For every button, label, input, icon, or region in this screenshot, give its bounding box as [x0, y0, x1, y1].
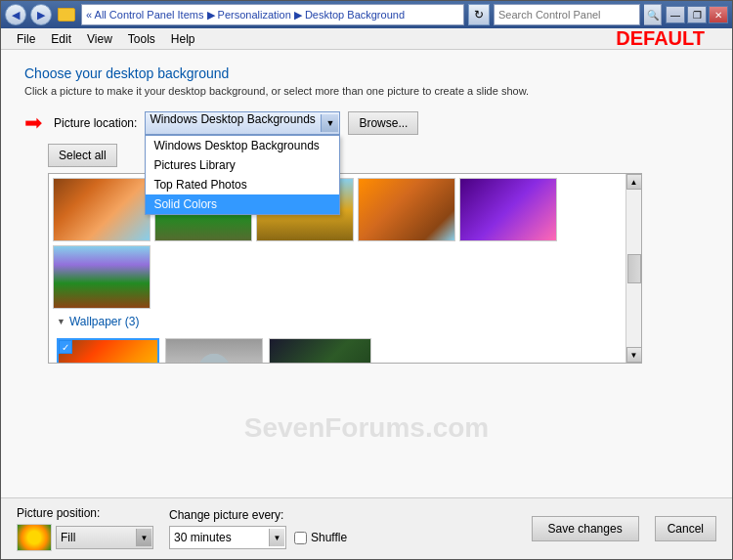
picture-location-row: ➡ Picture location: Windows Desktop Back…	[24, 110, 709, 136]
picture-location-label: Picture location:	[54, 116, 137, 130]
image-row-2	[53, 245, 637, 309]
scrollbar[interactable]: ▲ ▼	[625, 174, 641, 363]
forward-button[interactable]: ▶	[30, 4, 52, 25]
minimize-button[interactable]: —	[666, 6, 685, 23]
grid-scroll-area[interactable]: ▼ Wallpaper (3) ✓ 👽	[49, 174, 641, 363]
alien-thumb: 👽	[166, 339, 262, 363]
time-select-container: 10 seconds 30 seconds 1 minute 2 minutes…	[169, 526, 286, 549]
menu-tools[interactable]: Tools	[120, 30, 163, 48]
search-button[interactable]: 🔍	[644, 4, 662, 25]
scrollbar-down-button[interactable]: ▼	[626, 347, 642, 363]
menu-view[interactable]: View	[79, 30, 120, 48]
wallpaper-item-3[interactable]: WINDOWS SEVEN	[269, 338, 371, 363]
shuffle-row: Shuffle	[294, 531, 347, 544]
scrollbar-up-button[interactable]: ▲	[626, 174, 642, 190]
refresh-button[interactable]: ↻	[468, 4, 490, 25]
page-title: Choose your desktop background	[24, 65, 709, 81]
position-select-container: Fill Fit Stretch Tile Center ▼	[56, 526, 153, 549]
dropdown-option-solid-colors[interactable]: Solid Colors	[146, 194, 339, 214]
restore-button[interactable]: ❐	[687, 6, 707, 23]
main-window: ◀ ▶ « All Control Panel Items ▶ Personal…	[0, 0, 733, 560]
dropdown-option-pictures[interactable]: Pictures Library	[146, 155, 339, 175]
refresh-icon: ↻	[474, 8, 484, 22]
thumbnail-flowers[interactable]	[53, 245, 151, 309]
browse-button[interactable]: Browse...	[348, 111, 418, 135]
shuffle-label: Shuffle	[311, 531, 347, 544]
watermark: SevenForums.com	[1, 412, 732, 444]
close-button[interactable]: ✕	[709, 6, 728, 23]
dropdown-option-top-rated[interactable]: Top Rated Photos	[146, 175, 339, 194]
menu-file[interactable]: File	[9, 30, 43, 48]
image-row-1	[53, 178, 637, 241]
position-label: Picture position:	[17, 506, 153, 520]
breadcrumb-text: « All Control Panel Items ▶ Personalizat…	[86, 9, 405, 22]
thumbnail-purple[interactable]	[459, 178, 557, 241]
position-select[interactable]: Fill Fit Stretch Tile Center	[56, 526, 153, 549]
menu-bar: File Edit View Tools Help DEFAULT	[1, 28, 732, 50]
title-bar: ◀ ▶ « All Control Panel Items ▶ Personal…	[1, 1, 732, 28]
menu-edit[interactable]: Edit	[43, 30, 79, 48]
thumbnail-desert[interactable]	[53, 178, 151, 241]
save-changes-button[interactable]: Save changes	[532, 516, 639, 541]
wallpaper-thumb-2[interactable]: 👽	[165, 338, 263, 363]
image-grid: ▼ Wallpaper (3) ✓ 👽	[48, 173, 642, 364]
scrollbar-thumb[interactable]	[627, 254, 641, 283]
picture-location-dropdown[interactable]: Windows Desktop Backgrounds	[145, 111, 340, 135]
change-picture-section: Change picture every: 10 seconds 30 seco…	[169, 508, 347, 549]
cancel-button[interactable]: Cancel	[655, 516, 716, 541]
shuffle-checkbox[interactable]	[294, 532, 307, 544]
default-label: DEFAULT	[616, 27, 705, 50]
folder-icon	[58, 8, 75, 22]
position-preview-thumb	[17, 524, 52, 551]
wallpaper-item-1[interactable]: ✓	[57, 338, 159, 363]
address-breadcrumb[interactable]: « All Control Panel Items ▶ Personalizat…	[81, 4, 464, 25]
position-section: Picture position: Fill Fit Stretch Tile …	[17, 506, 153, 551]
main-content: Choose your desktop background Click a p…	[1, 50, 732, 497]
picture-every-row: 10 seconds 30 seconds 1 minute 2 minutes…	[169, 526, 347, 549]
dropdown-value: Windows Desktop Backgrounds	[150, 112, 315, 126]
change-picture-label: Change picture every:	[169, 508, 347, 522]
search-input[interactable]	[494, 4, 640, 25]
thumbnail-arch[interactable]	[358, 178, 455, 241]
wallpaper-row: ✓ 👽 WINDOWS SEVEN	[53, 334, 637, 363]
dropdown-option-windows[interactable]: Windows Desktop Backgrounds	[146, 136, 339, 155]
wallpaper-thumb-3[interactable]: WINDOWS SEVEN	[269, 338, 371, 363]
page-subtitle: Click a picture to make it your desktop …	[24, 85, 709, 97]
window-controls: — ❐ ✕	[666, 6, 728, 23]
position-row: Fill Fit Stretch Tile Center ▼	[17, 524, 153, 551]
menu-help[interactable]: Help	[163, 30, 203, 48]
wallpaper-checkbox-1[interactable]: ✓	[59, 340, 72, 354]
dropdown-menu: Windows Desktop Backgrounds Pictures Lib…	[145, 135, 340, 215]
wallpaper-item-2[interactable]: 👽	[165, 338, 263, 363]
wallpaper-section-header[interactable]: ▼ Wallpaper (3)	[53, 313, 637, 330]
arrow-icon: ➡	[24, 110, 42, 136]
collapse-icon: ▼	[57, 317, 65, 326]
back-button[interactable]: ◀	[5, 4, 26, 25]
picture-location-dropdown-container: Windows Desktop Backgrounds ▼ Windows De…	[145, 111, 340, 135]
select-all-button[interactable]: Select all	[48, 144, 117, 167]
time-select[interactable]: 10 seconds 30 seconds 1 minute 2 minutes…	[169, 526, 286, 549]
wallpaper-section-label: Wallpaper (3)	[69, 315, 140, 328]
bottom-controls: Picture position: Fill Fit Stretch Tile …	[1, 497, 732, 559]
